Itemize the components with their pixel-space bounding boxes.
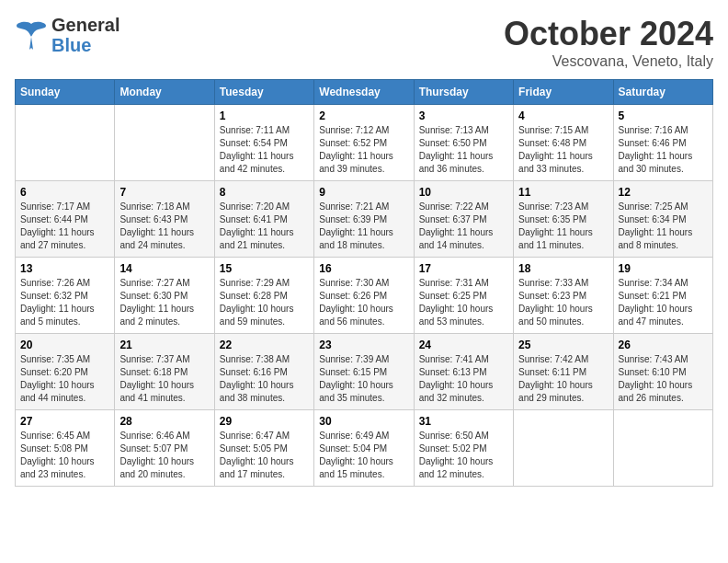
calendar-cell: 23Sunrise: 7:39 AM Sunset: 6:15 PM Dayli…: [314, 334, 414, 410]
day-number: 29: [220, 415, 309, 428]
calendar-cell: 7Sunrise: 7:18 AM Sunset: 6:43 PM Daylig…: [115, 181, 214, 258]
logo-icon: [15, 17, 48, 53]
day-number: 16: [319, 262, 408, 275]
day-info: Sunrise: 7:38 AM Sunset: 6:16 PM Dayligh…: [220, 353, 309, 405]
weekday-row: SundayMondayTuesdayWednesdayThursdayFrid…: [16, 80, 713, 105]
calendar-table: SundayMondayTuesdayWednesdayThursdayFrid…: [15, 79, 713, 487]
calendar-cell: 1Sunrise: 7:11 AM Sunset: 6:54 PM Daylig…: [214, 105, 313, 181]
day-number: 20: [20, 339, 109, 351]
day-number: 6: [20, 186, 109, 199]
title-area: October 2024 Vescovana, Veneto, Italy: [504, 15, 713, 70]
day-number: 22: [220, 339, 309, 351]
day-number: 21: [119, 339, 209, 351]
day-info: Sunrise: 6:45 AM Sunset: 5:08 PM Dayligh…: [20, 430, 109, 481]
calendar-cell: 31Sunrise: 6:50 AM Sunset: 5:02 PM Dayli…: [414, 410, 513, 487]
calendar-cell: [16, 105, 115, 181]
day-info: Sunrise: 7:42 AM Sunset: 6:11 PM Dayligh…: [518, 353, 608, 405]
calendar-cell: 10Sunrise: 7:22 AM Sunset: 6:37 PM Dayli…: [414, 181, 513, 258]
calendar-week-row: 13Sunrise: 7:26 AM Sunset: 6:32 PM Dayli…: [16, 258, 713, 334]
day-info: Sunrise: 7:34 AM Sunset: 6:21 PM Dayligh…: [619, 277, 708, 328]
calendar-header: SundayMondayTuesdayWednesdayThursdayFrid…: [16, 80, 713, 105]
calendar-cell: 24Sunrise: 7:41 AM Sunset: 6:13 PM Dayli…: [414, 334, 513, 410]
day-number: 24: [419, 339, 508, 351]
day-info: Sunrise: 7:29 AM Sunset: 6:28 PM Dayligh…: [220, 277, 309, 328]
calendar-cell: 8Sunrise: 7:20 AM Sunset: 6:41 PM Daylig…: [214, 181, 313, 258]
day-info: Sunrise: 7:17 AM Sunset: 6:44 PM Dayligh…: [20, 201, 109, 252]
day-number: 28: [119, 415, 209, 428]
day-info: Sunrise: 7:43 AM Sunset: 6:10 PM Dayligh…: [619, 353, 708, 405]
day-number: 11: [518, 186, 608, 199]
day-info: Sunrise: 7:33 AM Sunset: 6:23 PM Dayligh…: [518, 277, 608, 328]
day-number: 10: [419, 186, 508, 199]
calendar-cell: [514, 410, 613, 487]
weekday-header: Tuesday: [214, 80, 313, 105]
location-title: Vescovana, Veneto, Italy: [504, 53, 713, 70]
calendar-cell: 27Sunrise: 6:45 AM Sunset: 5:08 PM Dayli…: [16, 410, 115, 487]
day-info: Sunrise: 7:31 AM Sunset: 6:25 PM Dayligh…: [419, 277, 508, 328]
calendar-cell: 4Sunrise: 7:15 AM Sunset: 6:48 PM Daylig…: [514, 105, 613, 181]
calendar-cell: 12Sunrise: 7:25 AM Sunset: 6:34 PM Dayli…: [613, 181, 712, 258]
day-info: Sunrise: 6:46 AM Sunset: 5:07 PM Dayligh…: [119, 430, 209, 481]
day-info: Sunrise: 7:41 AM Sunset: 6:13 PM Dayligh…: [419, 353, 508, 405]
day-info: Sunrise: 7:15 AM Sunset: 6:48 PM Dayligh…: [518, 124, 608, 176]
day-number: 14: [119, 262, 209, 275]
calendar-cell: 20Sunrise: 7:35 AM Sunset: 6:20 PM Dayli…: [16, 334, 115, 410]
calendar-cell: 14Sunrise: 7:27 AM Sunset: 6:30 PM Dayli…: [115, 258, 214, 334]
day-info: Sunrise: 7:11 AM Sunset: 6:54 PM Dayligh…: [220, 124, 309, 176]
calendar-cell: 16Sunrise: 7:30 AM Sunset: 6:26 PM Dayli…: [314, 258, 414, 334]
day-number: 15: [220, 262, 309, 275]
calendar-cell: 21Sunrise: 7:37 AM Sunset: 6:18 PM Dayli…: [115, 334, 214, 410]
day-info: Sunrise: 7:21 AM Sunset: 6:39 PM Dayligh…: [319, 201, 408, 252]
day-number: 7: [119, 186, 209, 199]
logo-general-text: General: [51, 15, 119, 35]
calendar-cell: 22Sunrise: 7:38 AM Sunset: 6:16 PM Dayli…: [214, 334, 313, 410]
calendar-cell: 5Sunrise: 7:16 AM Sunset: 6:46 PM Daylig…: [613, 105, 712, 181]
calendar-cell: [115, 105, 214, 181]
calendar-cell: 19Sunrise: 7:34 AM Sunset: 6:21 PM Dayli…: [613, 258, 712, 334]
day-number: 2: [319, 109, 408, 122]
day-info: Sunrise: 7:16 AM Sunset: 6:46 PM Dayligh…: [619, 124, 708, 176]
calendar-cell: 6Sunrise: 7:17 AM Sunset: 6:44 PM Daylig…: [16, 181, 115, 258]
calendar-cell: 11Sunrise: 7:23 AM Sunset: 6:35 PM Dayli…: [514, 181, 613, 258]
logo: General Blue: [15, 15, 119, 55]
calendar-cell: 26Sunrise: 7:43 AM Sunset: 6:10 PM Dayli…: [613, 334, 712, 410]
weekday-header: Monday: [115, 80, 214, 105]
calendar-week-row: 1Sunrise: 7:11 AM Sunset: 6:54 PM Daylig…: [16, 105, 713, 181]
day-number: 1: [220, 109, 309, 122]
day-number: 23: [319, 339, 408, 351]
weekday-header: Friday: [514, 80, 613, 105]
calendar-cell: 17Sunrise: 7:31 AM Sunset: 6:25 PM Dayli…: [414, 258, 513, 334]
calendar-cell: 28Sunrise: 6:46 AM Sunset: 5:07 PM Dayli…: [115, 410, 214, 487]
day-info: Sunrise: 7:18 AM Sunset: 6:43 PM Dayligh…: [119, 201, 209, 252]
day-info: Sunrise: 6:49 AM Sunset: 5:04 PM Dayligh…: [319, 430, 408, 481]
calendar-cell: 2Sunrise: 7:12 AM Sunset: 6:52 PM Daylig…: [314, 105, 414, 181]
day-number: 25: [518, 339, 608, 351]
day-info: Sunrise: 7:13 AM Sunset: 6:50 PM Dayligh…: [419, 124, 508, 176]
day-number: 18: [518, 262, 608, 275]
day-number: 19: [619, 262, 708, 275]
day-info: Sunrise: 7:37 AM Sunset: 6:18 PM Dayligh…: [119, 353, 209, 405]
day-number: 30: [319, 415, 408, 428]
day-info: Sunrise: 7:23 AM Sunset: 6:35 PM Dayligh…: [518, 201, 608, 252]
day-info: Sunrise: 6:50 AM Sunset: 5:02 PM Dayligh…: [419, 430, 508, 481]
day-info: Sunrise: 7:22 AM Sunset: 6:37 PM Dayligh…: [419, 201, 508, 252]
day-info: Sunrise: 6:47 AM Sunset: 5:05 PM Dayligh…: [220, 430, 309, 481]
weekday-header: Sunday: [16, 80, 115, 105]
day-info: Sunrise: 7:35 AM Sunset: 6:20 PM Dayligh…: [20, 353, 109, 405]
calendar-cell: 29Sunrise: 6:47 AM Sunset: 5:05 PM Dayli…: [214, 410, 313, 487]
calendar-cell: 18Sunrise: 7:33 AM Sunset: 6:23 PM Dayli…: [514, 258, 613, 334]
weekday-header: Saturday: [613, 80, 712, 105]
calendar-cell: 13Sunrise: 7:26 AM Sunset: 6:32 PM Dayli…: [16, 258, 115, 334]
day-info: Sunrise: 7:20 AM Sunset: 6:41 PM Dayligh…: [220, 201, 309, 252]
day-info: Sunrise: 7:12 AM Sunset: 6:52 PM Dayligh…: [319, 124, 408, 176]
calendar-week-row: 20Sunrise: 7:35 AM Sunset: 6:20 PM Dayli…: [16, 334, 713, 410]
day-number: 4: [518, 109, 608, 122]
day-number: 31: [419, 415, 508, 428]
day-number: 5: [619, 109, 708, 122]
day-number: 3: [419, 109, 508, 122]
day-number: 17: [419, 262, 508, 275]
header: General Blue October 2024 Vescovana, Ven…: [15, 15, 713, 70]
day-number: 9: [319, 186, 408, 199]
day-number: 27: [20, 415, 109, 428]
day-number: 13: [20, 262, 109, 275]
